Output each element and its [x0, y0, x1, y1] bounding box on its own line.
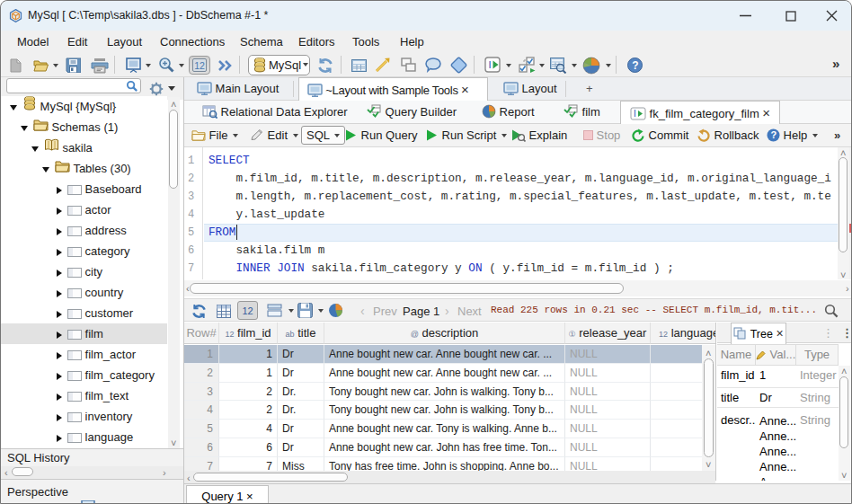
svg-text:I: I — [634, 109, 636, 119]
svg-text:I: I — [489, 59, 492, 70]
svg-text:?: ? — [632, 59, 638, 72]
svg-text:?: ? — [771, 129, 777, 140]
